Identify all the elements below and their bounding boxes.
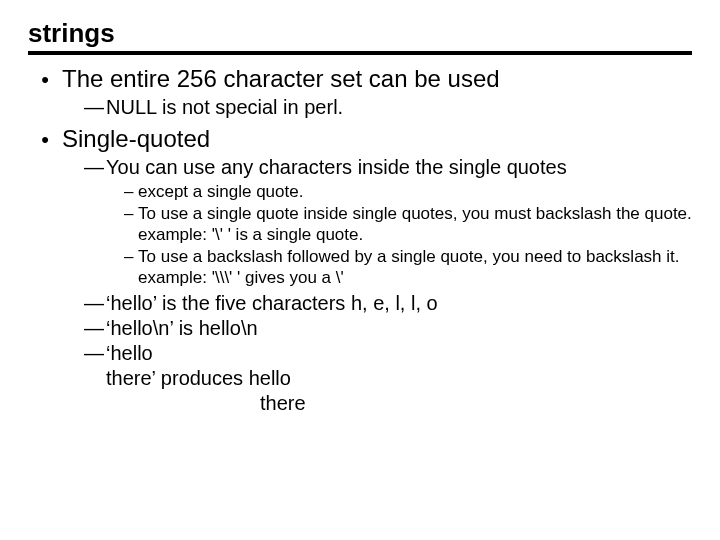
- bullet-1: • The entire 256 character set can be us…: [28, 65, 692, 93]
- dash-icon: —: [84, 341, 106, 365]
- endash-icon: –: [124, 203, 138, 224]
- example-2: — ‘hello\n’ is hello\n: [84, 316, 692, 341]
- dash-icon: —: [84, 316, 106, 340]
- slide: strings • The entire 256 character set c…: [0, 0, 720, 416]
- example-1: — ‘hello’ is the five characters h, e, l…: [84, 291, 692, 316]
- bullet-2-l3: – except a single quote. – To use a sing…: [124, 181, 692, 288]
- endash-icon: –: [124, 246, 138, 267]
- title-rule: [28, 51, 692, 55]
- example-2-text: ‘hello\n’ is hello\n: [106, 316, 258, 341]
- example-3a-text: ‘hello: [106, 341, 153, 366]
- dash-icon: —: [84, 155, 106, 179]
- example-3: — ‘hello: [84, 341, 692, 366]
- endash-icon: –: [124, 181, 138, 202]
- l3c-text: To use a backslash followed by a single …: [138, 246, 692, 288]
- bullet-2-sub: — You can use any characters inside the …: [84, 155, 692, 179]
- example-3c-text: there: [260, 391, 692, 416]
- bullet-2: • Single-quoted: [28, 125, 692, 153]
- bullet-2-text: Single-quoted: [62, 125, 210, 153]
- bullet-1-sub-text: NULL is not special in perl.: [106, 95, 343, 119]
- dash-icon: —: [84, 95, 106, 119]
- slide-title: strings: [28, 18, 692, 49]
- bullet-2-sub-text: You can use any characters inside the si…: [106, 155, 567, 179]
- l3a-text: except a single quote.: [138, 181, 303, 202]
- l3b-text: To use a single quote inside single quot…: [138, 203, 692, 245]
- bullet-1-text: The entire 256 character set can be used: [62, 65, 500, 93]
- dash-icon: —: [84, 291, 106, 315]
- bullet-1-sub: — NULL is not special in perl.: [84, 95, 692, 119]
- example-1-text: ‘hello’ is the five characters h, e, l, …: [106, 291, 438, 316]
- example-3b-text: there’ produces hello: [106, 366, 692, 391]
- bullet-icon: •: [28, 67, 62, 93]
- bullet-icon: •: [28, 127, 62, 153]
